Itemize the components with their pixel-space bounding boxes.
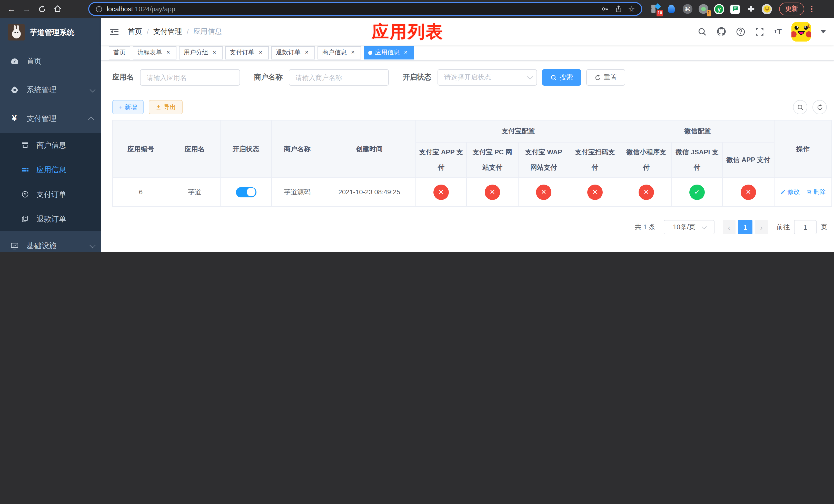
gear-icon	[10, 85, 19, 94]
close-icon[interactable]: ×	[402, 49, 409, 56]
close-icon[interactable]: ×	[257, 49, 264, 56]
delete-link[interactable]: 删除	[806, 188, 826, 197]
edit-link[interactable]: 修改	[780, 188, 799, 197]
github-icon[interactable]	[716, 27, 726, 37]
monitor-icon	[10, 241, 19, 250]
refresh-icon	[594, 74, 601, 81]
tag-refund-orders[interactable]: 退款订单×	[271, 46, 315, 59]
extension-grid-icon[interactable]: 10	[650, 4, 661, 14]
app-name-label: 应用名	[112, 73, 134, 82]
info-icon[interactable]	[95, 5, 103, 13]
wechat-mini-status-icon: ✕	[639, 184, 654, 200]
sidebar-item-merchant-info[interactable]: 商户信息	[0, 133, 101, 157]
yen-icon: ¥	[10, 113, 19, 123]
status-select[interactable]: 请选择开启状态	[438, 69, 537, 86]
user-avatar[interactable]	[791, 22, 811, 41]
cell-created-at: 2021-10-23 08:49:25	[323, 178, 416, 206]
tag-app-info[interactable]: 应用信息×	[364, 46, 414, 59]
screen: ← → localhost:1024/pay/app ☆ 10	[0, 0, 834, 252]
extension-y-icon[interactable]: y	[714, 4, 724, 14]
col-header-alipay-qrcode: 支付宝扫码支付	[569, 142, 621, 178]
page-number-button[interactable]: 1	[738, 220, 752, 234]
help-icon[interactable]	[736, 27, 745, 36]
page-size-select[interactable]: 10条/页	[664, 220, 715, 234]
font-size-icon[interactable]: TT	[774, 27, 782, 36]
browser-menu-icon[interactable]	[808, 6, 814, 12]
extension-badge-orange: 1	[706, 10, 711, 16]
add-button[interactable]: + 新增	[112, 100, 144, 114]
sidebar-item-label: 首页	[27, 56, 42, 66]
merchant-name-label: 商户名称	[254, 73, 283, 82]
extensions-puzzle-icon[interactable]	[746, 4, 756, 14]
pencil-icon	[780, 189, 786, 195]
reload-icon[interactable]	[36, 3, 48, 15]
close-icon[interactable]: ×	[303, 49, 310, 56]
caret-down-icon[interactable]	[821, 30, 826, 33]
store-icon	[21, 141, 30, 149]
chevron-down-icon	[90, 242, 94, 250]
cell-merchant: 芋道源码	[271, 178, 323, 206]
status-label: 开启状态	[403, 73, 431, 82]
sidebar-item-label: 系统管理	[27, 85, 57, 95]
sidebar-item-home[interactable]: 首页	[0, 47, 101, 75]
close-icon[interactable]: ×	[164, 49, 172, 56]
close-icon[interactable]: ×	[349, 49, 356, 56]
sidebar-logo-row[interactable]: 芋道管理系统	[0, 18, 101, 47]
enable-switch[interactable]	[236, 187, 256, 197]
plus-icon: +	[119, 104, 123, 111]
extension-command-icon[interactable]: ⌘	[682, 4, 693, 14]
sidebar-item-label: 应用信息	[37, 165, 66, 175]
page-content: 应用名 商户名称 开启状态 请选择开启状态 搜索 重置	[101, 61, 834, 252]
merchant-name-input[interactable]	[289, 69, 389, 86]
reset-button[interactable]: 重置	[586, 69, 625, 86]
breadcrumb-payment[interactable]: 支付管理	[153, 27, 182, 36]
breadcrumb-home[interactable]: 首页	[128, 27, 142, 36]
back-icon[interactable]: ←	[5, 3, 18, 15]
sidebar-item-label: 支付管理	[27, 114, 57, 123]
forward-icon[interactable]: →	[21, 3, 33, 15]
tag-pay-orders[interactable]: 支付订单×	[225, 46, 269, 59]
home-icon[interactable]	[51, 3, 64, 15]
next-page-button[interactable]: ›	[755, 220, 768, 234]
tag-home[interactable]: 首页	[109, 46, 130, 59]
chevron-down-icon	[90, 86, 94, 94]
browser-profile-avatar[interactable]	[762, 4, 772, 14]
col-header-wechat-jsapi: 微信 JSAPI 支付	[672, 142, 722, 178]
refresh-table-button[interactable]	[812, 100, 827, 114]
export-button[interactable]: 导出	[149, 100, 182, 114]
bookmark-star-icon[interactable]: ☆	[628, 4, 635, 14]
col-header-merchant: 商户名称	[271, 120, 323, 178]
key-icon[interactable]	[601, 5, 609, 13]
fullscreen-icon[interactable]	[755, 27, 764, 36]
extension-chat-icon[interactable]	[730, 4, 740, 14]
breadcrumb-current: 应用信息	[193, 27, 222, 36]
show-search-button[interactable]	[793, 100, 807, 114]
share-icon[interactable]	[615, 5, 622, 13]
sidebar-item-system[interactable]: 系统管理	[0, 75, 101, 104]
address-bar[interactable]: localhost:1024/pay/app ☆	[88, 2, 642, 16]
sidebar-item-payment[interactable]: ¥ 支付管理	[0, 104, 101, 133]
sidebar-item-refund-orders[interactable]: 退款订单	[0, 207, 101, 231]
search-icon[interactable]	[697, 27, 706, 36]
alipay-app-status-icon: ✕	[433, 184, 449, 200]
extension-recorder-icon[interactable]: 1	[698, 4, 708, 14]
col-header-app-id: 应用编号	[113, 120, 169, 178]
sidebar-item-app-info[interactable]: 应用信息	[0, 157, 101, 182]
extension-gem-icon[interactable]	[666, 4, 677, 14]
tag-process-form[interactable]: 流程表单×	[133, 46, 176, 59]
sidebar-item-infrastructure[interactable]: 基础设施	[0, 231, 101, 252]
close-icon[interactable]: ×	[211, 49, 218, 56]
goto-page-input[interactable]	[794, 220, 816, 234]
sidebar-collapse-icon[interactable]	[109, 26, 119, 37]
sidebar-item-label: 商户信息	[37, 140, 66, 150]
search-button[interactable]: 搜索	[542, 69, 581, 86]
prev-page-button[interactable]: ‹	[723, 220, 736, 234]
pagination-total: 共 1 条	[635, 223, 656, 232]
tag-user-group[interactable]: 用户分组×	[179, 46, 223, 59]
app-name-input[interactable]	[140, 69, 240, 86]
tag-merchant-info[interactable]: 商户信息×	[317, 46, 361, 59]
app-title: 芋道管理系统	[30, 27, 74, 37]
sidebar-item-pay-orders[interactable]: 支付订单	[0, 182, 101, 207]
url-host: localhost	[107, 5, 133, 13]
browser-update-button[interactable]: 更新	[779, 3, 804, 15]
